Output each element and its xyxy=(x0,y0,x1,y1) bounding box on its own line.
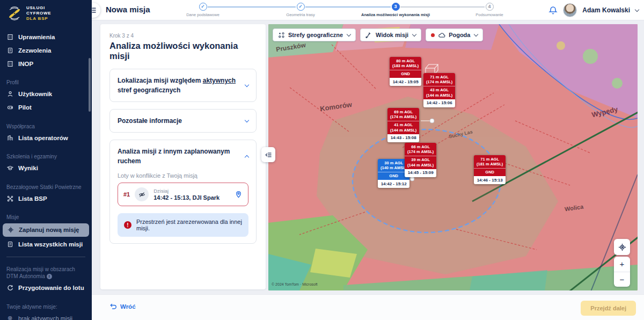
chevron-down-icon xyxy=(412,32,416,36)
building-icon xyxy=(6,33,13,40)
step-check-icon: ✓ xyxy=(199,3,207,11)
dropdown-label: Strefy geograficzne xyxy=(288,32,343,38)
zoom-in-button[interactable]: + xyxy=(614,257,630,272)
next-button[interactable]: Przejdź dalej xyxy=(581,301,636,316)
sidebar-item-label: INOP xyxy=(18,61,33,67)
zoom-controls: + − xyxy=(614,257,630,287)
badge-agl: 41 m AGL xyxy=(390,122,416,127)
zoom-out-button[interactable]: − xyxy=(614,272,630,287)
app-logo: USŁUGI CYFROWE DLA BSP xyxy=(0,0,92,25)
graduation-cap-icon xyxy=(6,165,13,172)
badge-amsl: (183 m AMSL) xyxy=(392,63,419,68)
altitude-badge-6[interactable]: 71 m AGL(181 m AMSL) GND 14:46 - 15:13 xyxy=(474,155,506,184)
map-attribution: © 2024 TomTom · Microsoft xyxy=(272,282,318,286)
sidebar-item-label: Zezwolenia xyxy=(18,47,51,54)
exclamation-icon: ! xyxy=(124,221,131,229)
sidebar-item-lista-operatorow[interactable]: Lista operatorów xyxy=(0,131,92,144)
altitude-badge-1[interactable]: 80 m AGL(183 m AMSL) GND 14:42 - 15:05 xyxy=(390,57,421,86)
altitude-badge-4[interactable]: 66 m AGL(174 m AMSL) 39 m AGL(144 m AMSL… xyxy=(405,143,436,177)
sidebar-item-lista-wszystkich-misji[interactable]: Lista wszystkich misji xyxy=(0,238,92,251)
sidebar-section-wspolpraca: Współpraca xyxy=(0,120,92,132)
drone-icon xyxy=(6,195,13,202)
badge-amsl: (174 m AMSL) xyxy=(426,79,452,84)
badge-time: 14:42 - 15:12 xyxy=(378,180,409,188)
locate-button[interactable] xyxy=(614,239,630,255)
analysis-panel: Krok 3 z 4 Analiza możliwości wykonania … xyxy=(100,24,266,289)
altitude-badge-2[interactable]: 71 m AGL(174 m AMSL) 43 m AGL(144 m AMSL… xyxy=(423,73,455,107)
step-label: Dane podstawowe xyxy=(157,12,248,17)
step-geometria-trasy[interactable]: ✓ Geometria trasy xyxy=(255,3,346,17)
conflict-info: Dzisiaj 14:42 - 15:13, DJI Spark xyxy=(153,188,219,201)
sidebar-item-pilot[interactable]: Pilot xyxy=(0,101,92,114)
badge-agl: GND xyxy=(392,71,419,76)
sidebar-section-profil: Profil xyxy=(0,76,92,88)
person-icon xyxy=(6,91,13,98)
badge-amsl: (174 m AMSL) xyxy=(407,149,434,154)
sidebar-item-label: Użytkownik xyxy=(18,91,52,97)
widok-misji-dropdown[interactable]: Widok misji xyxy=(360,28,421,41)
chevron-down-icon xyxy=(474,32,478,36)
accordion-label: Pozostałe informacje xyxy=(118,116,240,126)
panel-title: Analiza możliwości wykonania misji xyxy=(109,41,257,61)
sidebar-item-label: Pilot xyxy=(18,104,32,111)
accordion-header[interactable]: Analiza misji z innym zaplanowanym ruche… xyxy=(118,147,248,166)
panel-collapse-tab[interactable] xyxy=(261,147,275,162)
sidebar-item-label: brak aktywnych misji xyxy=(18,315,72,320)
back-button[interactable]: Wróć xyxy=(110,303,136,310)
sidebar-section-misje: Misje xyxy=(0,210,92,222)
sidebar-item-wyniki[interactable]: Wyniki xyxy=(0,162,92,175)
chevron-down-icon xyxy=(245,82,249,86)
conflict-flight-row[interactable]: #1 Dzisiaj 14:42 - 15:13, DJI Spark xyxy=(118,183,248,206)
sidebar-item-uzytkownik[interactable]: Użytkownik xyxy=(0,88,92,101)
step-analiza-mozliwosci[interactable]: 3 Analiza możliwości wykonania misji xyxy=(350,3,441,17)
sidebar-item-zezwolenia[interactable]: Zezwolenia xyxy=(0,43,92,57)
badge-agl: 69 m AGL xyxy=(390,110,416,114)
map[interactable]: Pruszków Komorów Suchy Las Wypędy Wolica… xyxy=(268,24,638,290)
accordion-analiza-ruchu: Analiza misji z innym zaplanowanym ruche… xyxy=(109,140,257,244)
user-name[interactable]: Adam Kowalski xyxy=(582,6,630,14)
aktywnych-link[interactable]: aktywnych xyxy=(203,77,236,84)
propeller-logo-icon xyxy=(6,5,23,21)
sidebar-scrollbar[interactable] xyxy=(89,58,91,112)
pogoda-dropdown[interactable]: Pogoda xyxy=(426,28,483,41)
sidebar-section-bsp: Bezzałogowe Statki Powietrzne xyxy=(0,180,92,192)
accordion-lokalizacja[interactable]: Lokalizacja misji względem aktywnych str… xyxy=(109,69,257,102)
sidebar-item-uprawnienia[interactable]: Uprawnienia xyxy=(0,30,92,43)
conflict-day: Dzisiaj xyxy=(153,188,219,194)
visibility-off-icon[interactable] xyxy=(135,187,149,201)
footer-bar: Wróć Przejdź dalej xyxy=(92,294,644,320)
sidebar-item-zaplanuj-nowa-misje[interactable]: Zaplanuj nową misję xyxy=(3,223,89,237)
zones-icon xyxy=(278,32,285,39)
sidebar-item-inop[interactable]: INOP xyxy=(0,57,92,70)
badge-agl: 43 m AGL xyxy=(426,88,452,92)
logo-line3: DLA BSP xyxy=(26,16,52,21)
sidebar: USŁUGI CYFROWE DLA BSP Uprawnienia Zezwo… xyxy=(0,0,92,320)
badge-amsl: (144 m AMSL) xyxy=(390,128,416,133)
sidebar-item-label: Wyniki xyxy=(18,165,38,171)
sidebar-item-label: Przygotowanie do lotu xyxy=(18,285,84,291)
map-toolbar: Strefy geograficzne Widok misji Pogoda xyxy=(273,28,483,41)
sidebar-item-brak-aktywnych-misji: ⊗ brak aktywnych misji xyxy=(0,311,92,320)
show-on-map-icon[interactable] xyxy=(235,191,243,199)
route-icon xyxy=(365,32,372,39)
notifications-bell-icon[interactable] xyxy=(548,6,558,15)
sidebar-item-lista-bsp[interactable]: Lista BSP xyxy=(0,192,92,205)
map-zones xyxy=(268,24,638,290)
sidebar-item-przygotowanie-do-lotu[interactable]: Przygotowanie do lotu xyxy=(0,281,92,295)
chevron-down-icon[interactable] xyxy=(635,7,639,11)
dropdown-label: Pogoda xyxy=(449,32,470,38)
step-dane-podstawowe[interactable]: ✓ Dane podstawowe xyxy=(157,3,248,17)
sidebar-item-label: Lista wszystkich misji xyxy=(18,241,83,248)
accordion-label: Analiza misji z innym zaplanowanym ruche… xyxy=(118,147,240,166)
strefy-geograficzne-dropdown[interactable]: Strefy geograficzne xyxy=(273,28,356,41)
locate-icon xyxy=(618,243,626,251)
step-label: Analiza możliwości wykonania misji xyxy=(350,12,441,17)
altitude-badge-3[interactable]: 69 m AGL(174 m AMSL) 41 m AGL(144 m AMSL… xyxy=(387,108,419,142)
chevron-up-icon xyxy=(245,155,249,159)
pilot-controller-icon xyxy=(6,104,13,111)
avatar[interactable] xyxy=(563,3,577,17)
conflict-id: #1 xyxy=(123,191,130,198)
step-podsumowanie[interactable]: 4 Podsumowanie xyxy=(444,3,535,17)
badge-agl: 71 m AGL xyxy=(426,75,452,79)
accordion-pozostale-informacje[interactable]: Pozostałe informacje xyxy=(109,109,257,133)
